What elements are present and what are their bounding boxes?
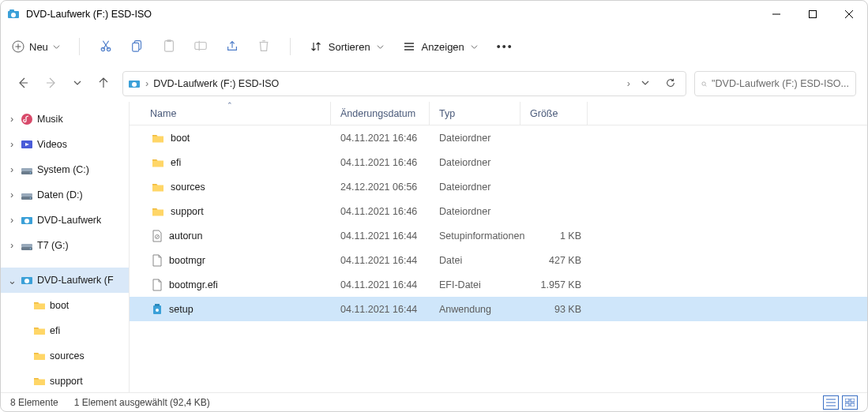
sidebar-item[interactable]: boot	[1, 293, 129, 318]
address-dropdown-button[interactable]	[635, 78, 656, 89]
thumbnails-view-button[interactable]	[842, 395, 858, 410]
sidebar-item-label: efi	[50, 325, 60, 336]
share-icon[interactable]	[225, 39, 239, 55]
sidebar-item[interactable]: ›T7 (G:)	[1, 233, 129, 258]
new-label: Neu	[29, 41, 48, 53]
svg-rect-37	[21, 193, 32, 197]
file-type-cell: Dateiordner	[430, 182, 520, 193]
sort-label: Sortieren	[329, 41, 370, 53]
view-label: Anzeigen	[422, 41, 464, 53]
sidebar-item[interactable]: ›Videos	[1, 132, 129, 157]
file-row[interactable]: boot04.11.2021 16:46Dateiordner	[130, 125, 867, 150]
toolbar-divider	[79, 38, 80, 55]
maximize-button[interactable]	[795, 1, 831, 28]
details-view-button[interactable]	[823, 395, 839, 410]
sidebar-item[interactable]: efi	[1, 318, 129, 343]
status-count: 8 Elemente	[10, 397, 58, 408]
sidebar-item[interactable]: ›System (C:)	[1, 157, 129, 182]
minimize-button[interactable]	[758, 1, 795, 28]
file-row[interactable]: efi04.11.2021 16:46Dateiordner	[130, 150, 867, 174]
title-bar: DVD-Laufwerk (F:) ESD-ISO	[1, 1, 867, 28]
delete-icon[interactable]	[257, 39, 271, 55]
copy-icon[interactable]	[130, 39, 145, 55]
view-button[interactable]: Anzeigen	[403, 40, 478, 53]
sidebar-item[interactable]: support	[1, 369, 129, 392]
sort-indicator-icon: ⌃	[227, 101, 233, 109]
file-date-cell: 04.11.2021 16:44	[331, 304, 430, 315]
file-row[interactable]: bootmgr04.11.2021 16:44Datei427 KB	[130, 248, 867, 272]
svg-point-29	[702, 81, 705, 84]
file-size-cell: 427 KB	[520, 255, 588, 266]
file-type-cell: Dateiordner	[430, 206, 520, 217]
sidebar-item[interactable]: sources	[1, 343, 129, 369]
svg-rect-16	[164, 40, 173, 51]
file-name-cell: sources	[130, 182, 331, 193]
svg-point-38	[30, 197, 32, 199]
navigation-row: › DVD-Laufwerk (F:) ESD-ISO › "DVD-Laufw…	[1, 69, 867, 99]
back-button[interactable]	[17, 77, 29, 92]
chevron-icon: ›	[7, 240, 17, 251]
status-selection: 1 Element ausgewählt (92,4 KB)	[74, 397, 210, 408]
column-size[interactable]: Größe	[520, 102, 588, 125]
svg-rect-15	[133, 43, 139, 51]
close-button[interactable]	[831, 1, 867, 28]
file-row[interactable]: sources24.12.2021 06:56Dateiordner	[130, 174, 867, 199]
navigation-pane[interactable]: ›Musik›Videos›System (C:)›Daten (D:)›DVD…	[1, 102, 130, 392]
address-bar[interactable]: › DVD-Laufwerk (F:) ESD-ISO ›	[122, 71, 686, 96]
column-name[interactable]: Name ⌃	[130, 102, 331, 125]
sidebar-item-label: Videos	[37, 139, 67, 150]
file-name-cell: setup	[130, 303, 331, 316]
breadcrumb-sep: ›	[627, 78, 630, 89]
toolbar: Neu Sortieren Anzeigen •••	[1, 28, 867, 66]
sidebar-item[interactable]: ⌄DVD-Laufwerk (F	[1, 268, 129, 293]
svg-rect-34	[21, 168, 32, 171]
column-type[interactable]: Typ	[430, 102, 520, 125]
chevron-icon: ›	[7, 114, 17, 125]
svg-rect-49	[155, 304, 160, 306]
dvd-drive-icon	[128, 77, 141, 90]
file-date-cell: 04.11.2021 16:44	[331, 230, 430, 242]
sidebar-item-label: Daten (D:)	[37, 189, 83, 200]
sidebar-item-label: DVD-Laufwerk (F	[37, 275, 114, 286]
paste-icon[interactable]	[162, 39, 176, 55]
search-box[interactable]: "DVD-Laufwerk (F:) ESD-ISO...	[694, 71, 856, 96]
file-row[interactable]: autorun04.11.2021 16:44Setupinformatione…	[130, 223, 867, 248]
svg-rect-57	[851, 403, 855, 406]
sidebar-item[interactable]: ›Musik	[1, 107, 129, 132]
file-name-cell: bootmgr	[130, 254, 331, 267]
breadcrumb-path[interactable]: DVD-Laufwerk (F:) ESD-ISO	[153, 78, 622, 89]
nav-arrows	[12, 77, 115, 92]
recent-locations-button[interactable]	[73, 78, 81, 89]
file-row[interactable]: bootmgr.efi04.11.2021 16:44EFI-Datei1.95…	[130, 272, 867, 297]
file-name-cell: bootmgr.efi	[130, 279, 331, 291]
file-size-cell: 1 KB	[520, 230, 588, 242]
file-row[interactable]: setup04.11.2021 16:44Anwendung93 KB	[130, 297, 867, 321]
file-type-cell: EFI-Datei	[430, 279, 520, 290]
file-type-cell: Datei	[430, 255, 520, 266]
search-placeholder: "DVD-Laufwerk (F:) ESD-ISO...	[712, 78, 849, 89]
rename-icon[interactable]	[194, 39, 208, 55]
sort-button[interactable]: Sortieren	[310, 40, 384, 53]
up-button[interactable]	[97, 77, 110, 92]
column-date[interactable]: Änderungsdatum	[331, 102, 430, 125]
new-button[interactable]: Neu	[12, 40, 60, 53]
file-type-cell: Anwendung	[430, 304, 520, 315]
svg-rect-54	[845, 399, 849, 402]
refresh-button[interactable]	[660, 77, 681, 91]
sidebar-item-label: Musik	[37, 114, 63, 125]
forward-button[interactable]	[45, 77, 58, 92]
cut-icon[interactable]	[99, 39, 113, 55]
file-row[interactable]: support04.11.2021 16:46Dateiordner	[130, 199, 867, 223]
file-date-cell: 04.11.2021 16:46	[331, 133, 430, 144]
search-icon	[701, 79, 707, 89]
more-button[interactable]: •••	[497, 40, 513, 53]
sidebar-item[interactable]: ›DVD-Laufwerk	[1, 208, 129, 233]
sidebar-item-label: T7 (G:)	[37, 240, 69, 251]
svg-rect-18	[195, 42, 206, 49]
file-date-cell: 24.12.2021 06:56	[331, 182, 430, 193]
chevron-icon: ›	[7, 139, 17, 150]
file-list: Name ⌃ Änderungsdatum Typ Größe boot04.1…	[130, 102, 867, 392]
window-title: DVD-Laufwerk (F:) ESD-ISO	[26, 9, 758, 20]
sidebar-item[interactable]: ›Daten (D:)	[1, 182, 129, 208]
svg-point-28	[132, 82, 137, 87]
